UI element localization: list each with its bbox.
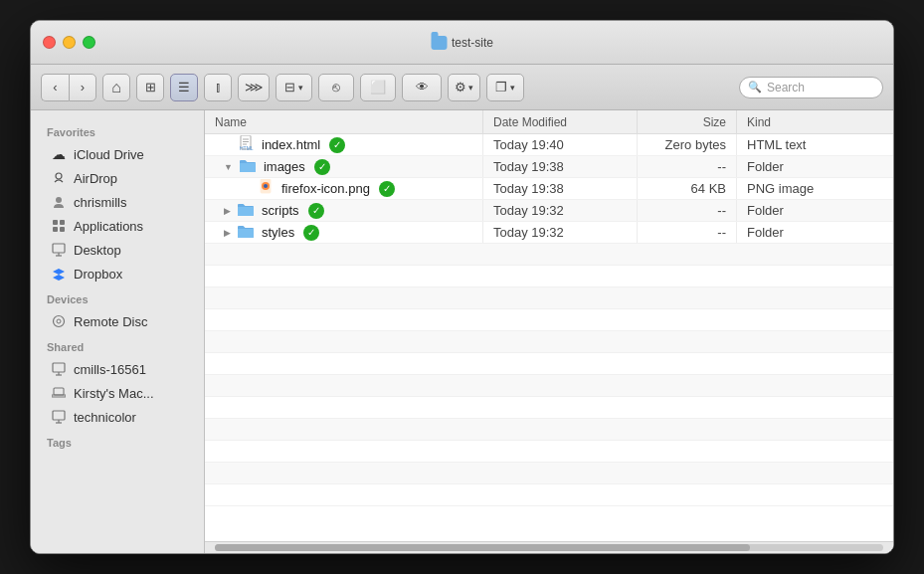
sidebar-cmills-label: cmills-16561 [74,362,146,377]
title-folder-icon [431,36,447,50]
file-row-index-html[interactable]: HTML index.html ✓ Today 19:40 Zero bytes… [205,134,893,156]
dropbox-button[interactable]: ❐ ▾ [486,74,524,101]
window-title-text: test-site [452,36,493,50]
action-button[interactable]: ⎋ [318,74,354,101]
sidebar-item-cmills16561[interactable]: cmills-16561 [35,357,200,381]
sidebar-item-remotedisc[interactable]: Remote Disc [35,309,200,333]
file-kind-images: Folder [737,156,893,177]
sidebar-item-chrismills[interactable]: chrismills [35,190,200,214]
file-date-styles: Today 19:32 [483,222,638,243]
html-file-icon: HTML [240,135,254,154]
sidebar-desktop-label: Desktop [74,243,121,258]
column-view-icon: ⫿ [215,80,222,95]
user-icon [51,194,67,210]
close-button[interactable] [43,36,56,49]
dropbox-icon: ❐ [495,80,507,95]
shared-label: Shared [31,333,204,357]
svg-rect-2 [53,220,58,225]
minimize-button[interactable] [63,36,76,49]
dropbox-chevron: ▾ [510,83,515,93]
sidebar-item-dropbox[interactable]: Dropbox [35,262,200,286]
file-row-scripts[interactable]: ▶ scripts ✓ Today 19:32 [205,200,893,222]
svg-point-1 [56,197,62,203]
col-header-date[interactable]: Date Modified [483,110,638,133]
file-kind-index-html: HTML text [737,134,893,155]
file-row-empty-1 [205,244,893,266]
status-ok-styles: ✓ [303,225,319,241]
back-button[interactable]: ‹ [41,74,69,101]
eye-button[interactable]: 👁 [402,74,442,101]
view-icon-button[interactable]: ⊞ [136,74,164,101]
file-name-images: ▼ images ✓ [205,156,483,177]
search-icon: 🔍 [748,81,762,94]
file-row-empty-7 [205,375,893,397]
file-row-images[interactable]: ▼ images ✓ Today 19:38 [205,156,893,178]
finder-window: test-site ‹ › ⌂ ⊞ ☰ ⫿ ⋙ ⊟ ▾ [30,20,894,554]
file-name-scripts: ▶ scripts ✓ [205,200,483,221]
svg-point-11 [57,319,61,323]
file-pane: Name Date Modified Size Kind [205,110,893,553]
scrollbar-area [205,541,893,553]
home-button[interactable]: ⌂ [102,74,130,101]
file-row-firefox-icon[interactable]: firefox-icon.png ✓ Today 19:38 64 KB PNG… [205,178,893,200]
maximize-button[interactable] [83,36,95,49]
nav-buttons: ‹ › [41,74,96,101]
sidebar-item-airdrop[interactable]: AirDrop [35,166,200,190]
file-size-firefox: 64 KB [638,178,737,199]
file-row-empty-4 [205,309,893,331]
sidebar-item-applications[interactable]: Applications [35,214,200,238]
file-name-text-scripts: scripts [262,203,299,218]
list-view-icon: ☰ [178,80,190,95]
forward-icon: › [81,80,85,95]
col-header-name[interactable]: Name [205,110,483,133]
file-row-styles[interactable]: ▶ styles ✓ Today 19:32 [205,222,893,244]
arrange-button[interactable]: ⊟ ▾ [276,74,312,101]
view-list-button[interactable]: ☰ [170,74,198,101]
svg-rect-17 [53,411,65,420]
svg-text:HTML: HTML [240,145,254,151]
gear-button[interactable]: ⚙ ▾ [448,74,480,101]
file-size-images: -- [638,156,737,177]
file-size-index-html: Zero bytes [638,134,737,155]
scrollbar-thumb[interactable] [215,544,750,551]
folder-icon-images [240,159,256,175]
sidebar-kirstysmac-label: Kirsty's Mac... [74,386,154,401]
file-name-firefox-icon: firefox-icon.png ✓ [205,178,483,199]
badge-button[interactable]: ⬜ [360,74,396,101]
arrange-icon: ⊟ [284,80,295,95]
sidebar-item-kirstysmac[interactable]: Kirsty's Mac... [35,381,200,405]
dropbox-sidebar-icon [51,266,67,282]
file-kind-styles: Folder [737,222,893,243]
scrollbar-track [215,544,883,551]
view-coverflow-button[interactable]: ⋙ [238,74,270,101]
file-date-index-html: Today 19:40 [483,134,638,155]
macbook-icon [51,385,67,401]
sidebar-item-technicolor[interactable]: technicolor [35,405,200,429]
status-ok-images: ✓ [314,159,330,175]
file-row-empty-6 [205,353,893,375]
file-name-styles: ▶ styles ✓ [205,222,483,243]
file-name-text-index-html: index.html [262,137,320,152]
sidebar-technicolor-label: technicolor [74,410,136,425]
favorites-label: Favorites [31,118,204,142]
eye-icon: 👁 [416,80,429,95]
sidebar-remotedisc-label: Remote Disc [74,314,147,329]
desktop-icon [51,242,67,258]
forward-button[interactable]: › [69,74,96,101]
coverflow-view-icon: ⋙ [245,80,263,95]
file-date-firefox: Today 19:38 [483,178,638,199]
file-date-scripts: Today 19:32 [483,200,638,221]
search-placeholder: Search [767,81,805,95]
home-icon: ⌂ [111,79,121,96]
search-box[interactable]: 🔍 Search [739,77,883,98]
sidebar-item-desktop[interactable]: Desktop [35,238,200,262]
file-row-empty-2 [205,266,893,287]
file-row-empty-11 [205,463,893,484]
airdrop-icon [51,170,67,186]
sidebar-item-icloud[interactable]: ☁ iCloud Drive [35,142,200,166]
file-date-images: Today 19:38 [483,156,638,177]
view-column-button[interactable]: ⫿ [204,74,232,101]
col-header-kind[interactable]: Kind [737,110,893,133]
col-header-size[interactable]: Size [638,110,737,133]
icloud-icon: ☁ [51,146,67,162]
